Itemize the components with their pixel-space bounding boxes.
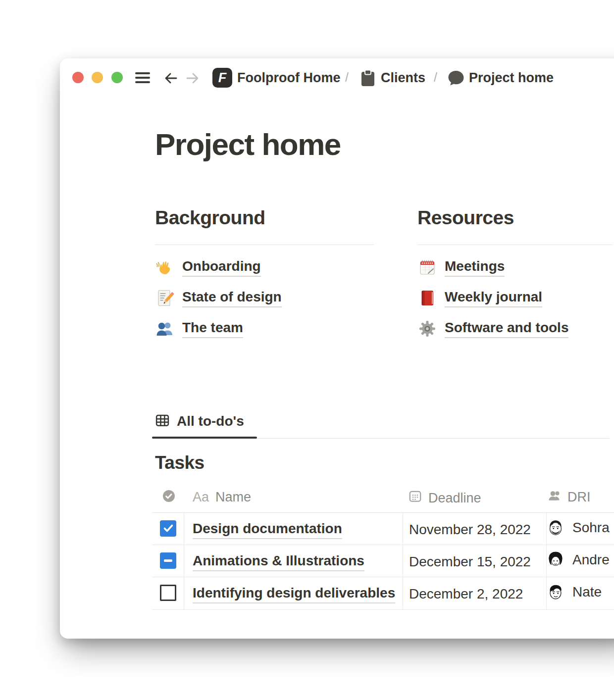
task-checkbox-1[interactable] [160, 552, 176, 569]
link-state-of-design[interactable]: State of design [155, 283, 374, 313]
check-circle-icon [162, 490, 175, 506]
section-heading: Background [155, 207, 374, 229]
zoom-button[interactable] [111, 72, 123, 83]
table-header: Aa Name Deadline [152, 483, 614, 512]
speech-bubble-icon [448, 70, 464, 88]
link-the-team[interactable]: The team [155, 313, 374, 344]
column-header-dri[interactable]: DRI [548, 490, 591, 505]
task-name-link[interactable]: Design documentation [193, 521, 342, 539]
red-book-icon [417, 288, 437, 308]
people-icon [548, 490, 562, 505]
link-label: Weekly journal [445, 289, 542, 308]
link-software-and-tools[interactable]: Software and tools [417, 313, 614, 344]
breadcrumb-item-foolproof-home[interactable]: Foolproof Home [237, 70, 340, 86]
task-deadline[interactable]: December 15, 2022 [409, 554, 531, 570]
busts-in-silhouette-icon [155, 319, 175, 339]
dri-name: Nate [572, 584, 602, 600]
text-type-icon: Aa [193, 490, 209, 505]
link-onboarding[interactable]: Onboarding [155, 252, 374, 283]
column-label: DRI [567, 490, 591, 505]
calendar-icon [409, 490, 422, 506]
breadcrumb-item-project-home[interactable]: Project home [469, 70, 554, 86]
link-weekly-journal[interactable]: Weekly journal [417, 283, 614, 313]
tasks-table: Aa Name Deadline [152, 483, 614, 609]
column-header-name[interactable]: Aa Name [193, 490, 251, 505]
dri-name: Andre [572, 552, 610, 568]
view-tab-bar: All to-do's [152, 413, 611, 440]
table-row: Design documentation November 28, 2022 S… [152, 512, 614, 545]
forward-arrow-icon[interactable] [185, 70, 201, 86]
link-label: Meetings [445, 258, 505, 277]
table-view-icon [155, 413, 170, 430]
clipboard-icon [360, 69, 376, 89]
active-tab-underline [152, 437, 257, 439]
avatar [546, 518, 565, 537]
link-label: State of design [182, 289, 282, 308]
breadcrumb-item-clients[interactable]: Clients [381, 70, 425, 86]
link-label: Software and tools [445, 319, 568, 339]
link-meetings[interactable]: Meetings [417, 252, 614, 283]
avatar [546, 550, 565, 569]
task-deadline[interactable]: December 2, 2022 [409, 586, 523, 602]
column-label: Name [215, 490, 251, 505]
breadcrumb-separator: / [434, 70, 437, 85]
table-row: Identifying design deliverables December… [152, 577, 614, 609]
link-label: The team [182, 319, 243, 339]
task-dri[interactable]: Andre [546, 550, 610, 569]
table-divider [152, 609, 614, 610]
task-name-link[interactable]: Identifying design deliverables [193, 585, 395, 603]
close-button[interactable] [72, 72, 84, 83]
titlebar: F Foolproof Home / Clients / Project hom… [60, 58, 614, 98]
task-name-link[interactable]: Animations & Illustrations [193, 553, 364, 571]
section-divider [417, 245, 613, 245]
avatar [546, 583, 565, 601]
waving-hand-icon [155, 257, 175, 277]
menu-icon[interactable] [135, 72, 150, 83]
link-label: Onboarding [182, 258, 261, 277]
task-deadline[interactable]: November 28, 2022 [409, 522, 531, 538]
task-checkbox-0[interactable] [160, 520, 176, 537]
back-arrow-icon[interactable] [163, 70, 179, 86]
section-resources: Resources Meetings [417, 207, 614, 344]
task-checkbox-2[interactable] [160, 585, 176, 601]
spiral-calendar-icon [417, 257, 437, 277]
tab-all-todos[interactable]: All to-do's [155, 413, 244, 430]
column-header-done[interactable] [162, 490, 175, 506]
task-dri[interactable]: Sohra [546, 518, 610, 537]
tab-label: All to-do's [177, 413, 244, 429]
tasks-title: Tasks [155, 452, 205, 473]
dri-name: Sohra [572, 520, 610, 536]
app-window: F Foolproof Home / Clients / Project hom… [60, 58, 614, 639]
foolproof-logo-icon[interactable]: F [212, 68, 232, 88]
page-title: Project home [155, 127, 341, 162]
column-header-deadline[interactable]: Deadline [409, 490, 481, 506]
task-dri[interactable]: Nate [546, 583, 602, 601]
gear-icon [417, 319, 437, 339]
section-divider [155, 245, 374, 245]
minimize-button[interactable] [92, 72, 103, 83]
section-heading: Resources [417, 207, 614, 229]
column-label: Deadline [428, 491, 481, 506]
table-row: Animations & Illustrations December 15, … [152, 545, 614, 577]
section-background: Background Onboarding [155, 207, 374, 344]
memo-icon [155, 288, 175, 308]
breadcrumb-separator: / [345, 70, 349, 85]
